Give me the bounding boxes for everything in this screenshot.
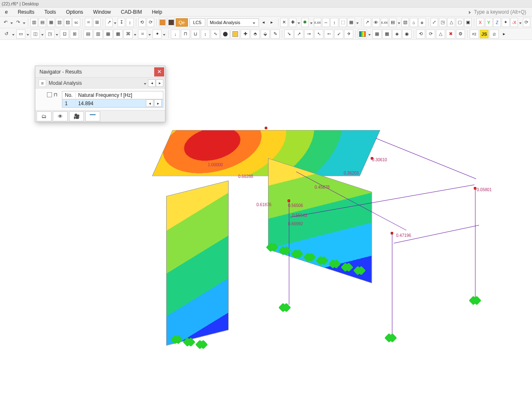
t2-p[interactable]: ⊔	[191, 30, 200, 39]
freq-group-checkbox[interactable]	[47, 92, 52, 97]
t2-q[interactable]: ↕	[201, 30, 210, 39]
t2-h[interactable]: ▥	[94, 30, 103, 39]
t2-ae[interactable]: ✈	[344, 30, 353, 39]
t2-a[interactable]: ↺	[2, 30, 11, 39]
t2-af[interactable]: ▦	[372, 30, 382, 39]
analysis-dropdown[interactable]	[144, 80, 147, 86]
dd[interactable]	[368, 31, 372, 37]
t2-ai[interactable]: ◉	[402, 30, 411, 39]
tool-p[interactable]: ↗	[364, 18, 371, 27]
tool-cube[interactable]: ◳	[439, 18, 446, 27]
redo-button[interactable]: ↷	[14, 18, 22, 27]
tool-f[interactable]: ⟲	[138, 18, 146, 27]
axis-neg-x[interactable]: -X	[510, 18, 518, 27]
keyword-search[interactable]: Type a keyword (Alt+Q)	[469, 7, 532, 16]
tool-j[interactable]: ✱	[301, 18, 309, 27]
t2-e[interactable]: ⊡	[60, 30, 69, 39]
t2-grad[interactable]	[358, 30, 367, 39]
menu-file[interactable]: e	[0, 7, 13, 16]
tool-w[interactable]: ⤢	[431, 18, 438, 27]
tool-q[interactable]: 👁	[372, 18, 379, 27]
t2-ap[interactable]: ⎚	[490, 30, 499, 39]
tool-r[interactable]: x.xx	[381, 18, 388, 27]
t2-aj[interactable]: ⟲	[416, 30, 425, 39]
view-tool-5[interactable]: ▨	[64, 18, 71, 27]
tool-t[interactable]: ▧	[401, 18, 409, 27]
view-tool-sc[interactable]: sc	[72, 18, 80, 27]
menu-options[interactable]: Options	[61, 7, 88, 16]
tool-m[interactable]: ↕	[330, 18, 338, 27]
footer-tab-tree[interactable]: 🗂	[37, 111, 52, 121]
tool-u[interactable]: ⌂	[410, 18, 417, 27]
tool-s[interactable]: ▤	[389, 18, 397, 27]
t2-g[interactable]: ▤	[84, 30, 93, 39]
t2-c[interactable]: ◫	[31, 30, 40, 39]
t2-i[interactable]: ▦	[103, 30, 113, 39]
dd[interactable]	[356, 20, 359, 25]
t2-w[interactable]: ⬙	[261, 30, 270, 39]
t2-u[interactable]: ✚	[241, 30, 250, 39]
dd[interactable]	[298, 20, 300, 25]
freq-next-button[interactable]: ▸	[154, 99, 162, 107]
tool-k[interactable]: x.xx	[314, 18, 321, 27]
tool-a[interactable]: ⌗	[85, 18, 92, 27]
dd[interactable]	[134, 31, 137, 37]
analysis-prev-button[interactable]: ◂	[148, 79, 155, 87]
tool-l[interactable]: ↔	[322, 18, 330, 27]
axis-rot[interactable]: ⟳	[523, 18, 530, 27]
tool-v[interactable]: ⎈	[419, 18, 426, 27]
t2-s[interactable]: ⬤	[221, 30, 230, 39]
tool-g[interactable]: ⟳	[147, 18, 154, 27]
dd[interactable]	[398, 20, 401, 25]
undo-dropdown[interactable]	[10, 20, 13, 25]
t2-f[interactable]: ⊞	[70, 30, 79, 39]
tool-h[interactable]: ✕	[280, 18, 288, 27]
tool-b[interactable]: ⊞	[93, 18, 101, 27]
dd[interactable]	[114, 20, 117, 25]
tool-c[interactable]: ↗	[105, 18, 113, 27]
menu-cadbim[interactable]: CAD-BIM	[116, 7, 147, 16]
axis-y[interactable]: Y	[485, 18, 493, 27]
t2-y[interactable]: ➘	[284, 30, 293, 39]
view-tool-1[interactable]: ▥	[30, 18, 38, 27]
axis-z[interactable]: Z	[493, 18, 501, 27]
menu-results[interactable]: Results	[13, 7, 39, 16]
loadcase-name[interactable]: LC5	[190, 18, 205, 27]
t2-ak[interactable]: ⟳	[426, 30, 435, 39]
t2-j[interactable]: ▩	[113, 30, 123, 39]
t2-k[interactable]: ⌘	[123, 30, 133, 39]
tool-box2[interactable]: ▣	[464, 18, 472, 27]
t2-am[interactable]: ✖	[446, 30, 455, 39]
t2-b[interactable]: ▭	[16, 30, 25, 39]
dd[interactable]	[27, 31, 30, 37]
analysis-next-button[interactable]: ▸	[156, 79, 163, 87]
menu-help[interactable]: Help	[147, 7, 167, 16]
t2-ad[interactable]: ➶	[334, 30, 343, 39]
footer-tab-eye[interactable]: 👁	[53, 111, 68, 121]
tool-cone[interactable]: △	[447, 18, 455, 27]
t2-m[interactable]: ✦	[153, 30, 162, 39]
dd[interactable]	[41, 31, 44, 37]
t2-aa[interactable]: ➙	[304, 30, 313, 39]
dd[interactable]	[12, 31, 15, 37]
view-tool-4[interactable]: ▧	[56, 18, 63, 27]
dd[interactable]	[148, 31, 152, 37]
tool-i[interactable]: ✚	[289, 18, 296, 27]
t2-al[interactable]: △	[436, 30, 445, 39]
swatch-2[interactable]	[167, 18, 175, 27]
t2-z[interactable]: ➚	[294, 30, 303, 39]
menu-tools[interactable]: Tools	[39, 7, 61, 16]
swatch-1[interactable]	[159, 18, 166, 27]
axis-xyz[interactable]: ✦	[502, 18, 509, 27]
t2-ao[interactable]: #2	[470, 30, 479, 39]
footer-tab-cam[interactable]: 🎥	[69, 111, 84, 121]
redo-dropdown[interactable]	[23, 20, 26, 25]
prev-lc-button[interactable]: ◂	[260, 18, 267, 27]
analysis-type-dropdown[interactable]: Modal Analysis	[207, 18, 259, 27]
tool-o[interactable]: ▦	[347, 18, 355, 27]
tool-d[interactable]: ↧	[118, 18, 125, 27]
close-button[interactable]: ✕	[154, 67, 164, 76]
t2-ac[interactable]: ➵	[324, 30, 333, 39]
axis-x[interactable]: X	[476, 18, 484, 27]
freq-prev-button[interactable]: ◂	[146, 99, 153, 107]
